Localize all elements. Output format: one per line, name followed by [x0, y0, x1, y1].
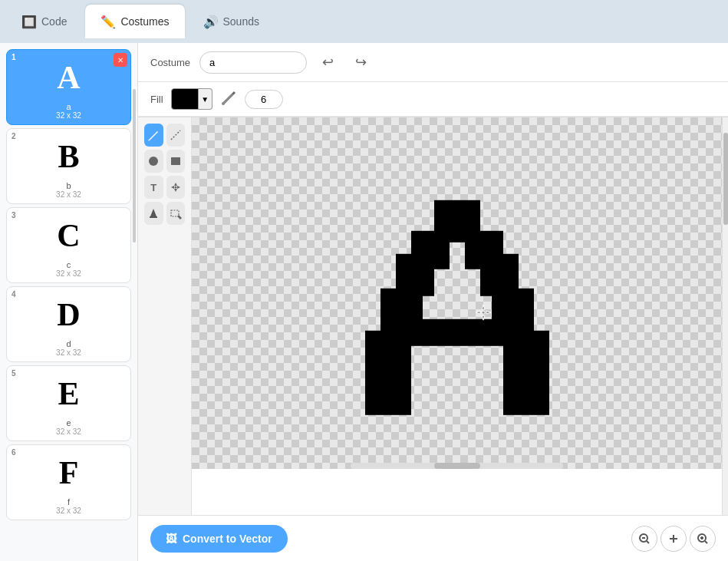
costume-name-b: b	[66, 181, 71, 190]
convert-label: Convert to Vector	[183, 533, 272, 545]
costume-name-input[interactable]	[199, 51, 307, 74]
svg-rect-3	[171, 157, 180, 165]
costume-item-b[interactable]: 2 B b 32 x 32	[6, 128, 131, 204]
costume-list: 1 ✕ A a 32 x 32 2 B b 32 x 32 3 C c 32 x…	[0, 43, 138, 561]
svg-marker-12	[177, 215, 182, 219]
svg-marker-5	[174, 189, 177, 192]
svg-rect-11	[171, 210, 179, 216]
costume-number-1: 1	[12, 53, 16, 61]
canvas-horizontal-scrollbar[interactable]	[351, 463, 562, 469]
brush-size-input[interactable]	[245, 90, 283, 109]
tab-costumes-label: Costumes	[120, 15, 169, 28]
costume-size-f: 32 x 32	[56, 507, 81, 515]
costume-size-a: 32 x 32	[56, 111, 81, 120]
costume-number-2: 2	[12, 132, 16, 140]
costume-number-6: 6	[12, 448, 16, 457]
tool-row-1	[144, 124, 185, 147]
costume-preview-a: A	[41, 54, 97, 101]
svg-point-0	[222, 102, 225, 105]
convert-icon: 🖼	[166, 533, 176, 545]
costume-name-f: f	[68, 497, 70, 507]
select-tool[interactable]	[166, 202, 186, 225]
svg-rect-23	[434, 200, 480, 243]
bottom-bar: 🖼 Convert to Vector	[138, 515, 728, 561]
costume-preview-f: F	[41, 450, 97, 496]
costume-item-d[interactable]: 4 D d 32 x 32	[6, 286, 131, 362]
costume-name-a: a	[66, 102, 71, 111]
convert-to-vector-button[interactable]: 🖼 Convert to Vector	[150, 525, 288, 553]
tab-bar: 🔲 Code ✏️ Costumes 🔊 Sounds	[0, 0, 728, 43]
svg-line-1	[171, 130, 180, 140]
vertical-scrollbar	[722, 117, 728, 515]
costume-label: Costume	[150, 57, 190, 68]
fill-tool[interactable]	[144, 202, 163, 225]
editor-area: Costume ↩ ↪ Fill ▼	[138, 43, 728, 561]
tool-row-2	[144, 150, 185, 173]
costume-preview-b: B	[41, 134, 97, 180]
costume-name-c: c	[67, 260, 71, 269]
canvas-area[interactable]	[192, 117, 722, 515]
costume-preview-d: D	[41, 292, 97, 338]
costume-number-5: 5	[12, 369, 16, 378]
delete-btn-a[interactable]: ✕	[114, 53, 127, 67]
costume-name-e: e	[66, 418, 71, 427]
zoom-reset-button[interactable]	[660, 526, 687, 552]
costume-size-b: 32 x 32	[56, 190, 81, 199]
svg-line-32	[647, 541, 649, 543]
svg-marker-7	[177, 186, 180, 189]
costume-size-c: 32 x 32	[56, 269, 81, 278]
scroll-indicator	[133, 89, 136, 243]
svg-rect-10	[150, 216, 157, 218]
tool-row-3: T	[144, 176, 185, 199]
costume-item-f[interactable]: 6 F f 32 x 32	[6, 444, 131, 520]
tab-code-label: Code	[41, 15, 67, 28]
move-tool[interactable]	[166, 176, 186, 199]
vertical-scroll-thumb[interactable]	[723, 133, 728, 225]
tab-costumes[interactable]: ✏️ Costumes	[85, 5, 184, 38]
tools-panel: T	[138, 117, 192, 515]
svg-rect-15	[365, 331, 411, 384]
zoom-controls	[631, 526, 716, 552]
costume-item-a[interactable]: 1 ✕ A a 32 x 32	[6, 49, 131, 125]
fill-color-swatch[interactable]	[171, 88, 199, 110]
code-icon: 🔲	[21, 15, 37, 29]
costume-item-c[interactable]: 3 C c 32 x 32	[6, 207, 131, 283]
svg-point-2	[149, 157, 158, 166]
svg-point-8	[174, 186, 176, 189]
text-tool[interactable]: T	[144, 176, 163, 199]
costume-preview-c: C	[41, 213, 97, 259]
svg-marker-4	[174, 183, 177, 186]
costume-number-4: 4	[12, 290, 16, 299]
svg-marker-9	[150, 209, 156, 216]
redo-button[interactable]: ↪	[349, 51, 373, 74]
tab-code[interactable]: 🔲 Code	[6, 5, 82, 38]
sounds-icon: 🔊	[203, 15, 219, 29]
fill-dropdown-arrow[interactable]: ▼	[199, 88, 212, 110]
costume-name-d: d	[66, 339, 71, 348]
canvas-tools-area: T	[138, 117, 728, 515]
costume-list-inner: 1 ✕ A a 32 x 32 2 B b 32 x 32 3 C c 32 x…	[0, 43, 137, 526]
rectangle-tool[interactable]	[166, 150, 186, 173]
costume-size-d: 32 x 32	[56, 348, 81, 357]
line-tool[interactable]	[166, 124, 186, 147]
circle-tool[interactable]	[144, 150, 163, 173]
fill-controls: Fill ▼	[138, 82, 728, 117]
letter-a-drawing	[334, 154, 580, 449]
zoom-out-button[interactable]	[631, 526, 657, 552]
editor-controls: Costume ↩ ↪	[138, 43, 728, 82]
costume-item-e[interactable]: 5 E e 32 x 32	[6, 365, 131, 441]
fill-label: Fill	[150, 94, 163, 105]
svg-marker-6	[171, 186, 174, 189]
undo-button[interactable]: ↩	[316, 51, 340, 74]
tool-row-4	[144, 202, 185, 225]
svg-rect-24	[411, 319, 503, 346]
zoom-in-button[interactable]	[690, 526, 716, 552]
brush-tool-icon[interactable]	[220, 89, 237, 110]
canvas-scroll-thumb[interactable]	[434, 463, 480, 469]
paintbrush-tool[interactable]	[144, 124, 163, 147]
svg-rect-18	[503, 331, 549, 384]
tab-sounds-label: Sounds	[223, 15, 259, 28]
tab-sounds[interactable]: 🔊 Sounds	[188, 5, 275, 38]
svg-line-38	[705, 541, 707, 543]
costume-preview-e: E	[41, 371, 97, 417]
